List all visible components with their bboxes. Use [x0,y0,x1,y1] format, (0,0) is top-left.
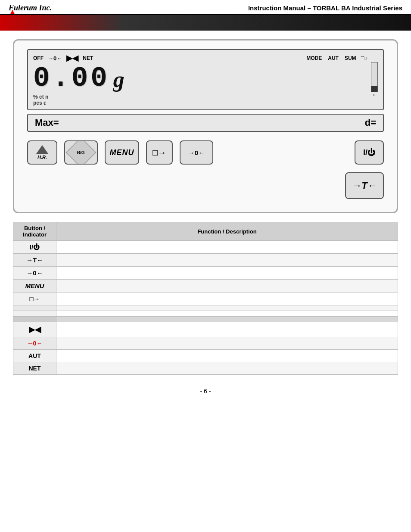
table-row: MENU [13,280,398,292]
right-button-col: I/⏻ →T← [345,140,384,199]
symbol-cell-net: NET [13,362,56,375]
sub-indicators: % ct n pcs ε [33,94,367,106]
page-number: - 6 - [0,388,411,395]
desc-cell [56,322,398,337]
menu-button[interactable]: MENU [105,140,139,165]
bar-labels: 0 [374,93,375,97]
symbol-cell [13,311,56,317]
table-row: I/⏻ [13,241,398,254]
desc-cell [56,350,398,362]
table-row [13,311,398,317]
symbol-cell-aut: AUT [13,350,56,362]
power-icon: I/⏻ [363,148,375,157]
bar-fill [371,86,377,92]
max-d-row: Max= d= [27,114,384,132]
print-button[interactable]: □→ [146,140,173,165]
hr-label: H.R. [37,155,47,160]
symbol-cell: →0← [13,267,56,280]
desc-cell [56,362,398,375]
stable-indicator: ▶◀ [66,53,78,63]
symbol-cell: ▶◀ [13,322,56,337]
bg-button[interactable]: B/G [64,140,98,165]
banner-bar [0,15,411,31]
desc-cell [56,280,398,292]
off-indicator: OFF [33,55,44,61]
table-row [13,305,398,311]
sum-indicator: SUM [345,55,356,61]
desc-cell [56,317,398,322]
bar-graph [371,62,378,92]
desc-cell [56,254,398,267]
table-row-gray [13,317,398,322]
aut-indicator: AUT [328,55,339,61]
table-row: →T← [13,254,398,267]
zero-button[interactable]: →0← [180,140,213,165]
symbol-cell [13,305,56,311]
manual-title: Instruction Manual – TORBAL BA Industria… [248,4,402,12]
display-digits-row: 0.00 g [33,65,367,92]
display-screen: OFF →0← ▶◀ NET MODE AUT SUM ⌒□ 0.00 g % … [27,49,384,110]
print-icon: □→ [153,148,166,158]
bar-graph-container: 0 [371,62,378,97]
max-label: Max= [35,117,59,128]
device-panel: OFF →0← ▶◀ NET MODE AUT SUM ⌒□ 0.00 g % … [13,39,398,213]
weight-digits: 0.00 [33,65,110,92]
table-row: →0← [13,337,398,350]
display-indicators: OFF →0← ▶◀ NET MODE AUT SUM ⌒□ [33,53,367,63]
table-header-col1: Button / Indicator [13,222,56,241]
bg-diamond: B/G [66,140,97,165]
table-row: AUT [13,350,398,362]
zero-arrow-indicator: →0← [48,55,62,62]
symbol-cell [13,317,56,322]
hr-triangle-icon [36,145,48,154]
table-header-col2: Function / Description [56,222,398,241]
table-row: ▶◀ [13,322,398,337]
desc-cell [56,311,398,317]
desc-cell [56,267,398,280]
reference-table: Button / Indicator Function / Descriptio… [13,222,398,375]
tare-button[interactable]: →T← [345,172,384,199]
page-header: Fulerum Inc. Instruction Manual – TORBAL… [0,0,411,15]
bg-label: B/G [77,150,85,155]
desc-cell [56,241,398,254]
symbol-cell: □→ [13,292,56,305]
sum-superscript: ⌒□ [361,56,367,61]
table-row: □→ [13,292,398,305]
symbol-cell: I/⏻ [13,241,56,254]
d-label: d= [365,117,376,128]
symbol-cell: →T← [13,254,56,267]
hr-button[interactable]: H.R. [27,140,57,165]
button-row: H.R. B/G MENU □→ →0← [27,140,345,165]
desc-cell [56,305,398,311]
symbol-cell: →0← [13,337,56,350]
mode-indicator: MODE [306,55,322,61]
desc-cell [56,292,398,305]
symbol-cell: MENU [13,280,56,292]
desc-cell [56,337,398,350]
table-row: NET [13,362,398,375]
tare-label: →T← [352,180,377,191]
zero-label: →0← [188,149,205,156]
weight-unit: g [113,67,125,92]
net-indicator: NET [83,55,93,61]
power-button[interactable]: I/⏻ [355,140,384,165]
table-row: →0← [13,267,398,280]
menu-label: MENU [110,148,134,157]
